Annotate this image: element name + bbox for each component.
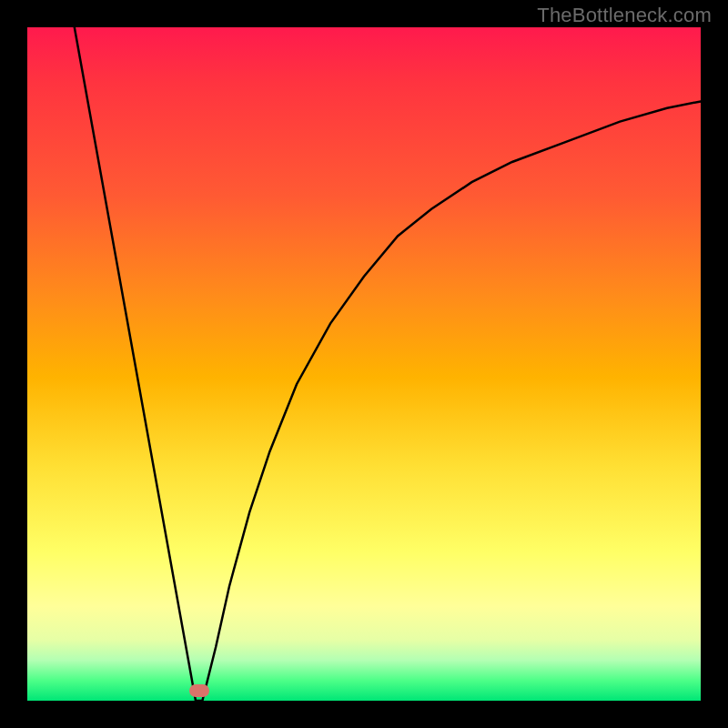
optimal-point-marker [189,684,209,697]
curve-svg [27,27,701,701]
chart-frame: TheBottleneck.com [0,0,728,728]
plot-gradient-area [27,27,701,701]
watermark-text: TheBottleneck.com [537,4,712,27]
bottleneck-curve-path [75,27,701,701]
